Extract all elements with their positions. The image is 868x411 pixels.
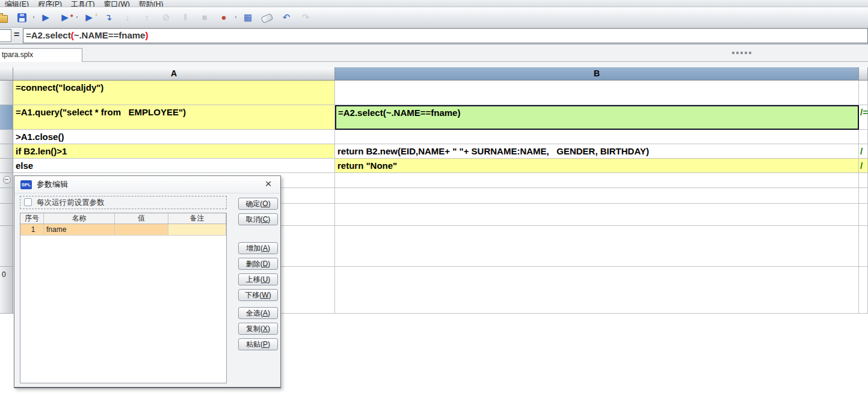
cell-C2[interactable]: /=	[859, 105, 868, 130]
spl-app-icon: SPL	[20, 180, 32, 189]
cell-B4[interactable]: return B2.new(EID,NAME+ " "+ SURNAME:NAM…	[335, 144, 859, 159]
toolbar: ▶▶●▶*↴↓↑⊘‖■●▦↶↷	[0, 7, 868, 28]
row-header-5[interactable]	[0, 159, 13, 173]
cell-B8[interactable]	[335, 204, 859, 226]
parameter-edit-dialog: SPL 参数编辑 × 每次运行前设置参数 序号名称值备注 1fname 确定(O…	[14, 175, 281, 388]
calculator-icon[interactable]: ▦	[241, 11, 254, 24]
param-cell-4[interactable]	[168, 224, 226, 236]
dialog-button-ok[interactable]: 确定(O)	[238, 198, 278, 210]
row-header-8[interactable]	[0, 204, 13, 226]
param-col-header-2: 名称	[44, 213, 115, 224]
cell-C3[interactable]	[859, 130, 868, 144]
grid-corner[interactable]	[0, 67, 13, 81]
row-header-4[interactable]	[0, 144, 13, 159]
param-table-row: 1fname	[20, 224, 226, 236]
run-current-icon-badge: *	[95, 13, 97, 19]
param-col-header-3: 值	[115, 213, 168, 224]
row-header-10[interactable]: 0	[0, 267, 13, 314]
grid-row-5: elsereturn "None"/	[0, 159, 868, 173]
cell-C8[interactable]	[859, 204, 868, 226]
tab-label: tpara.splx	[2, 50, 33, 59]
dialog-button-paste[interactable]: 粘贴(P)	[238, 338, 278, 350]
menu-item-w[interactable]: 窗口(W)	[103, 0, 129, 7]
row-header-9[interactable]	[0, 226, 13, 267]
dialog-button-copy[interactable]: 复制(X)	[238, 323, 278, 335]
formula-bar: = =A2.select(~.NAME==fname)	[0, 28, 868, 43]
row-header-3[interactable]	[0, 130, 13, 144]
menu-item-e[interactable]: 编辑(E)	[5, 0, 29, 7]
param-cell-3[interactable]	[115, 224, 168, 236]
cell-B3[interactable]	[335, 130, 859, 144]
stop-icon: ■	[198, 11, 211, 24]
collapse-minus-icon[interactable]	[3, 176, 11, 184]
column-header-B[interactable]: B	[335, 67, 859, 81]
grid-header-row: AB	[0, 67, 868, 81]
param-cell-2[interactable]: fname	[44, 224, 115, 236]
redo-icon: ↷	[299, 11, 312, 24]
row-header-7[interactable]	[0, 188, 13, 204]
cell-A1[interactable]: =connect("localjdy")	[13, 81, 335, 105]
debug-run-icon-badge: ●	[70, 13, 73, 19]
cell-C1[interactable]	[859, 81, 868, 105]
set-params-checkbox-label: 每次运行前设置参数	[37, 196, 105, 209]
save-icon[interactable]	[15, 11, 28, 24]
tab-tpara-splx[interactable]: tpara.splx	[0, 48, 82, 62]
param-col-header-4: 备注	[168, 213, 226, 224]
close-icon[interactable]: ×	[262, 177, 274, 190]
menu-item-p[interactable]: 程序(P)	[38, 0, 62, 7]
open-file-icon[interactable]	[0, 11, 9, 24]
cell-B9[interactable]	[335, 226, 859, 267]
cell-name-box[interactable]	[0, 29, 11, 42]
undo-icon[interactable]: ↶	[280, 11, 293, 24]
cell-B1[interactable]	[335, 81, 859, 105]
cell-C6[interactable]	[859, 173, 868, 188]
cell-B10[interactable]	[335, 267, 859, 314]
dialog-button-add[interactable]: 增加(A)	[238, 242, 278, 254]
run-current-icon[interactable]: ▶*	[82, 11, 96, 24]
dialog-button-select-all[interactable]: 全选(A)	[238, 307, 278, 319]
formula-segment-3: )	[145, 30, 148, 40]
menu-item-t[interactable]: 工具(T)	[71, 0, 94, 7]
cell-B6[interactable]	[335, 173, 859, 188]
cell-B5[interactable]: return "None"	[335, 159, 859, 173]
grid-row-1: =connect("localjdy")	[0, 81, 868, 105]
set-params-checkbox[interactable]	[24, 198, 32, 206]
menu-item-h[interactable]: 帮助(H)	[139, 0, 164, 7]
cell-C7[interactable]	[859, 188, 868, 204]
eraser-icon-glyph	[261, 13, 274, 23]
run-icon[interactable]: ▶	[39, 11, 52, 24]
debug-run-icon[interactable]: ▶●	[58, 11, 72, 24]
run-to-cursor-icon[interactable]: ↴	[102, 11, 115, 24]
step-into-icon: ↓	[121, 11, 134, 24]
grid-row-2: =A1.query("select * from EMPLOYEE")=A2.s…	[0, 105, 868, 130]
param-col-header-1: 序号	[20, 213, 44, 224]
cell-A3[interactable]: >A1.close()	[13, 130, 335, 144]
menu-bar: 编辑(E)程序(P)工具(T)窗口(W)帮助(H)	[0, 0, 868, 7]
param-table-header: 序号名称值备注	[20, 213, 226, 224]
cell-B2[interactable]: =A2.select(~.NAME==fname)	[335, 105, 859, 130]
breakpoint-icon[interactable]: ●	[217, 11, 230, 24]
cell-B7[interactable]	[335, 188, 859, 204]
eraser-icon[interactable]	[260, 11, 274, 24]
param-cell-1[interactable]: 1	[20, 224, 44, 236]
cell-C10[interactable]	[859, 267, 868, 314]
cell-A4[interactable]: if B2.len()>1	[13, 144, 335, 159]
step-out-icon: ↑	[140, 11, 153, 24]
dialog-button-delete[interactable]: 删除(D)	[238, 258, 278, 270]
cell-C9[interactable]	[859, 226, 868, 267]
cell-C5[interactable]: /	[859, 159, 868, 173]
row-header-1[interactable]	[0, 81, 13, 105]
dialog-button-move-up[interactable]: 上移(U)	[238, 273, 278, 285]
cell-A5[interactable]: else	[13, 159, 335, 173]
row-header-2[interactable]	[0, 105, 13, 130]
dialog-title: 参数编辑	[37, 176, 68, 193]
cell-C4[interactable]: /	[859, 144, 868, 159]
dialog-title-bar[interactable]: SPL 参数编辑 ×	[14, 176, 280, 193]
cell-A2[interactable]: =A1.query("select * from EMPLOYEE")	[13, 105, 335, 130]
column-header-A[interactable]: A	[13, 67, 335, 81]
dialog-button-move-down[interactable]: 下移(W)	[238, 289, 278, 301]
dialog-button-cancel[interactable]: 取消(C)	[238, 213, 278, 225]
formula-input[interactable]: =A2.select(~.NAME==fname)	[23, 28, 868, 43]
column-header-c[interactable]	[859, 67, 868, 81]
formula-segment-0: =A2.select	[26, 30, 71, 40]
